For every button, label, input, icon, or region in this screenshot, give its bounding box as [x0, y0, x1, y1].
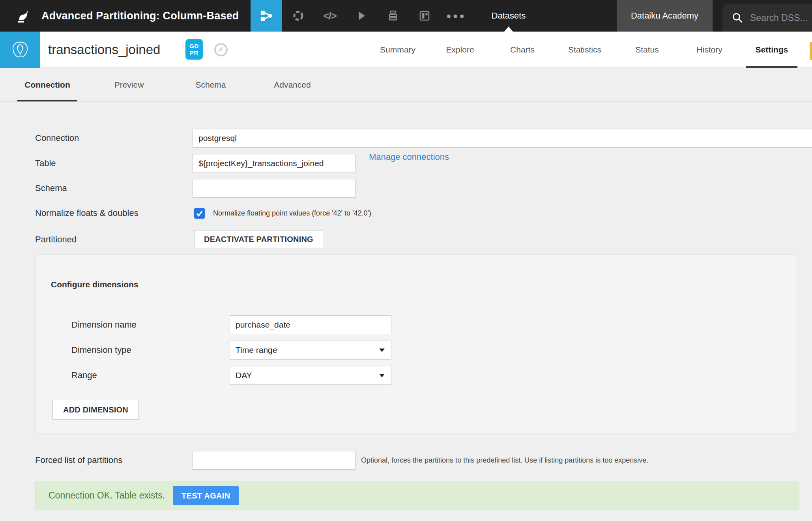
postgresql-elephant-icon: [9, 38, 32, 61]
subtab-connection[interactable]: Connection: [17, 68, 77, 101]
jobs-stack-icon: [386, 9, 400, 22]
caret-down-icon: [379, 374, 385, 377]
dataiku-academy-button[interactable]: Dataiku Academy: [617, 0, 713, 32]
tab-statistics[interactable]: Statistics: [559, 32, 610, 68]
connection-select[interactable]: postgresql: [193, 129, 812, 148]
flow-icon-button[interactable]: [251, 0, 282, 32]
dimension-type-label: Dimension type: [71, 341, 131, 360]
schema-input[interactable]: [193, 179, 355, 198]
connection-status-bar: Connection OK. Table exists. TEST AGAIN: [35, 481, 799, 510]
dimension-name-label: Dimension name: [71, 315, 137, 334]
normalize-row: Normalize floats & doubles Normalize flo…: [0, 204, 812, 223]
subtab-preview[interactable]: Preview: [99, 68, 159, 101]
more-ellipsis-icon: ●●●: [446, 11, 466, 21]
normalize-checkbox[interactable]: [194, 208, 205, 219]
partitioned-row: Partitioned DEACTIVATE PARTITIONING: [0, 230, 812, 249]
project-title[interactable]: Advanced Partitioning: Column-Based: [41, 0, 239, 32]
connection-row: Connection postgresql Manage connections: [0, 129, 812, 148]
dashboard-icon: [418, 9, 431, 22]
flow-icon: [258, 8, 274, 24]
compass-icon: [212, 41, 230, 58]
settings-subtabs: Connection Preview Schema Advanced: [0, 68, 812, 102]
tab-explore[interactable]: Explore: [434, 32, 486, 68]
configure-dimensions-box: Configure dimensions Dimension name Dime…: [35, 255, 797, 433]
range-select[interactable]: DAY: [230, 366, 391, 385]
tab-history[interactable]: History: [684, 32, 735, 68]
table-label: Table: [35, 154, 56, 173]
search-icon: [731, 11, 744, 24]
partitioned-label: Partitioned: [35, 230, 77, 249]
subtab-schema[interactable]: Schema: [181, 68, 241, 101]
test-again-button[interactable]: TEST AGAIN: [173, 486, 239, 505]
active-section-notch: [504, 26, 513, 32]
more-ellipsis-icon-button[interactable]: ●●●: [446, 0, 466, 32]
connection-settings-panel: Connection postgresql Manage connections…: [0, 102, 812, 521]
forced-partitions-hint: Optional, forces the partitions to this …: [361, 451, 648, 470]
forced-partitions-label: Forced list of partitions: [35, 451, 122, 470]
schema-row: Schema: [0, 179, 812, 198]
dimension-name-input[interactable]: [230, 315, 391, 334]
top-navbar: Advanced Partitioning: Column-Based </>: [0, 0, 812, 32]
tab-status[interactable]: Status: [621, 32, 673, 68]
dataset-title: transactions_joined: [48, 32, 160, 68]
range-label: Range: [71, 366, 97, 385]
tab-summary[interactable]: Summary: [372, 32, 423, 68]
navbar-icon-group: </> ●●●: [288, 0, 466, 32]
table-input[interactable]: [193, 154, 355, 173]
side-panel-handle[interactable]: [810, 42, 812, 60]
dimension-type-select[interactable]: Time range: [230, 341, 391, 360]
connection-label: Connection: [35, 129, 79, 148]
deactivate-partitioning-button[interactable]: DEACTIVATE PARTITIONING: [194, 230, 323, 248]
dataset-type-badge: [0, 32, 40, 68]
table-row: Table: [0, 154, 812, 173]
play-icon: [355, 9, 368, 22]
code-icon: </>: [323, 10, 336, 22]
tab-charts[interactable]: Charts: [497, 32, 548, 68]
gdpr-badge: GD PR: [185, 39, 203, 60]
range-row: Range DAY: [36, 366, 797, 385]
dimension-type-row: Dimension type Time range: [36, 341, 797, 360]
jobs-stack-icon-button[interactable]: [383, 0, 403, 32]
normalize-checkbox-text: Normalize floating point values (force '…: [213, 204, 371, 223]
subtab-advanced[interactable]: Advanced: [262, 68, 322, 101]
lab-rotor-icon: [291, 9, 305, 23]
dataset-tabs: Summary Explore Charts Statistics Status…: [372, 32, 797, 68]
normalize-label: Normalize floats & doubles: [35, 204, 138, 223]
check-icon: [195, 209, 204, 217]
schema-label: Schema: [35, 179, 67, 198]
code-icon-button[interactable]: </>: [320, 0, 340, 32]
play-icon-button[interactable]: [351, 0, 372, 32]
dataiku-logo[interactable]: [10, 0, 36, 32]
dataset-header: transactions_joined GD PR Summary Explor…: [0, 32, 812, 68]
bird-icon: [15, 7, 31, 24]
dimension-name-row: Dimension name: [36, 315, 797, 334]
tab-settings[interactable]: Settings: [746, 32, 797, 68]
add-dimension-button[interactable]: ADD DIMENSION: [52, 400, 139, 420]
configure-dimensions-heading: Configure dimensions: [51, 280, 138, 289]
lab-rotor-icon-button[interactable]: [288, 0, 309, 32]
forced-partitions-row: Forced list of partitions Optional, forc…: [0, 451, 812, 470]
search-box[interactable]: [722, 4, 812, 32]
caret-down-icon: [379, 349, 385, 352]
search-input[interactable]: [749, 12, 810, 24]
connection-status-message: Connection OK. Table exists.: [49, 481, 165, 510]
navigator-button[interactable]: [212, 41, 230, 58]
forced-partitions-input[interactable]: [193, 451, 355, 470]
dashboard-icon-button[interactable]: [414, 0, 435, 32]
